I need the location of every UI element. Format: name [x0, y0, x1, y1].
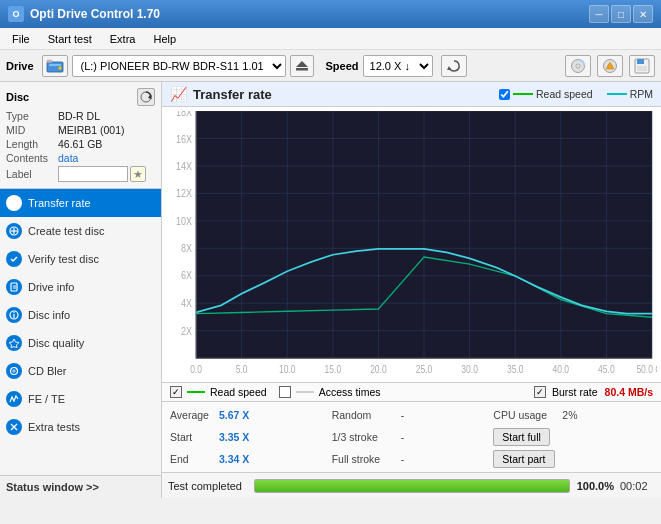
access-times-checkbox[interactable] — [279, 386, 291, 398]
chart-header: 📈 Transfer rate Read speed RPM — [162, 82, 661, 107]
menu-help[interactable]: Help — [145, 31, 184, 47]
sidebar: Disc Type BD-R DL MID MEIRB1 (001) Lengt… — [0, 82, 162, 498]
cd-bler-icon — [6, 363, 22, 379]
sidebar-item-disc-info[interactable]: Disc info — [0, 301, 161, 329]
sidebar-item-verify-test-disc[interactable]: Verify test disc — [0, 245, 161, 273]
disc-label-row: Label ★ — [6, 166, 155, 182]
status-window-label: Status window >> — [6, 481, 99, 493]
start-full-cell: Start full — [493, 427, 653, 447]
svg-point-28 — [11, 368, 18, 375]
svg-text:35.0: 35.0 — [507, 364, 524, 375]
start-part-cell: Start part — [493, 449, 653, 469]
svg-text:5.0: 5.0 — [236, 364, 248, 375]
progress-percent: 100.0% — [576, 480, 614, 492]
progress-track — [254, 479, 570, 493]
legend-read-speed: Read speed — [499, 88, 593, 100]
svg-point-29 — [13, 370, 15, 372]
sidebar-item-create-test-disc[interactable]: Create test disc — [0, 217, 161, 245]
sidebar-label-transfer-rate: Transfer rate — [28, 197, 91, 209]
svg-text:0.0: 0.0 — [190, 364, 202, 375]
svg-rect-14 — [637, 59, 644, 64]
full-stroke-stat: Full stroke - — [332, 449, 492, 469]
sidebar-label-create-test-disc: Create test disc — [28, 225, 104, 237]
svg-text:18X: 18X — [176, 111, 192, 118]
burst-rate-control: ✓ Burst rate 80.4 MB/s — [534, 386, 653, 398]
svg-text:20.0: 20.0 — [370, 364, 387, 375]
close-button[interactable]: ✕ — [633, 5, 653, 23]
svg-text:14X: 14X — [176, 160, 192, 172]
sidebar-label-extra-tests: Extra tests — [28, 421, 80, 433]
menubar: File Start test Extra Help — [0, 28, 661, 50]
sidebar-item-fe-te[interactable]: FE / TE — [0, 385, 161, 413]
svg-marker-6 — [447, 66, 451, 70]
svg-text:12X: 12X — [176, 187, 192, 199]
svg-text:16X: 16X — [176, 133, 192, 145]
disc-type-row: Type BD-R DL — [6, 110, 155, 122]
svg-text:40.0: 40.0 — [553, 364, 570, 375]
titlebar-controls: ─ □ ✕ — [589, 5, 653, 23]
start-part-button[interactable]: Start part — [493, 450, 554, 468]
sidebar-item-drive-info[interactable]: Drive info — [0, 273, 161, 301]
svg-text:10.0: 10.0 — [279, 364, 296, 375]
status-text: Test completed — [168, 480, 248, 492]
svg-text:6X: 6X — [181, 270, 192, 282]
chart-controls: ✓ Read speed Access times ✓ Burst rate 8… — [162, 382, 661, 401]
access-times-control: Access times — [279, 386, 381, 398]
sidebar-item-disc-quality[interactable]: Disc quality — [0, 329, 161, 357]
label-star-button[interactable]: ★ — [130, 166, 146, 182]
stats-area: Average 5.67 X Random - CPU usage 2% Sta… — [162, 401, 661, 472]
write-button[interactable] — [597, 55, 623, 77]
titlebar: O Opti Drive Control 1.70 ─ □ ✕ — [0, 0, 661, 28]
sidebar-item-cd-bler[interactable]: CD Bler — [0, 357, 161, 385]
eject-button[interactable] — [290, 55, 314, 77]
menu-extra[interactable]: Extra — [102, 31, 144, 47]
sidebar-label-verify-test-disc: Verify test disc — [28, 253, 99, 265]
minimize-button[interactable]: ─ — [589, 5, 609, 23]
save-button[interactable] — [629, 55, 655, 77]
maximize-button[interactable]: □ — [611, 5, 631, 23]
legend-read-checkbox[interactable] — [499, 89, 510, 100]
disc-length-row: Length 46.61 GB — [6, 138, 155, 150]
svg-text:10X: 10X — [176, 216, 192, 228]
burst-rate-checkbox[interactable]: ✓ — [534, 386, 546, 398]
read-speed-checkbox[interactable]: ✓ — [170, 386, 182, 398]
menu-file[interactable]: File — [4, 31, 38, 47]
disc-quality-icon — [6, 335, 22, 351]
label-input[interactable] — [58, 166, 128, 182]
create-test-disc-icon — [6, 223, 22, 239]
sidebar-label-disc-info: Disc info — [28, 309, 70, 321]
disc-panel: Disc Type BD-R DL MID MEIRB1 (001) Lengt… — [0, 82, 161, 189]
end-stat: End 3.34 X — [170, 449, 330, 469]
app-icon: O — [8, 6, 24, 22]
svg-text:2X: 2X — [181, 325, 192, 337]
disc-contents-row: Contents data — [6, 152, 155, 164]
disc-info-icon — [6, 307, 22, 323]
nav-items: Transfer rate Create test disc Verify te… — [0, 189, 161, 475]
fe-te-icon — [6, 391, 22, 407]
svg-rect-1 — [49, 64, 61, 66]
speed-select[interactable]: 12.0 X ↓ — [363, 55, 433, 77]
chart-title: Transfer rate — [193, 87, 272, 102]
chart-icon: 📈 — [170, 86, 187, 102]
status-window-button[interactable]: Status window >> — [0, 475, 161, 498]
chart-svg: 18X 16X 14X 12X 10X 8X 6X 4X 2X 0.0 5.0 … — [166, 111, 657, 382]
svg-marker-27 — [9, 339, 19, 348]
menu-start-test[interactable]: Start test — [40, 31, 100, 47]
legend-read-color — [513, 93, 533, 95]
disc-button[interactable] — [565, 55, 591, 77]
average-stat: Average 5.67 X — [170, 405, 330, 425]
content-area: 📈 Transfer rate Read speed RPM — [162, 82, 661, 498]
svg-point-9 — [577, 65, 579, 67]
progress-fill — [255, 480, 569, 492]
sidebar-item-transfer-rate[interactable]: Transfer rate — [0, 189, 161, 217]
sidebar-item-extra-tests[interactable]: Extra tests — [0, 413, 161, 441]
refresh-button[interactable] — [441, 55, 467, 77]
svg-rect-3 — [47, 60, 52, 63]
drive-select[interactable]: (L:) PIONEER BD-RW BDR-S11 1.01 — [72, 55, 286, 77]
main-area: Disc Type BD-R DL MID MEIRB1 (001) Lengt… — [0, 82, 661, 498]
disc-header: Disc — [6, 88, 155, 106]
sidebar-label-cd-bler: CD Bler — [28, 365, 67, 377]
start-full-button[interactable]: Start full — [493, 428, 550, 446]
read-speed-control: ✓ Read speed — [170, 386, 267, 398]
disc-refresh-button[interactable] — [137, 88, 155, 106]
